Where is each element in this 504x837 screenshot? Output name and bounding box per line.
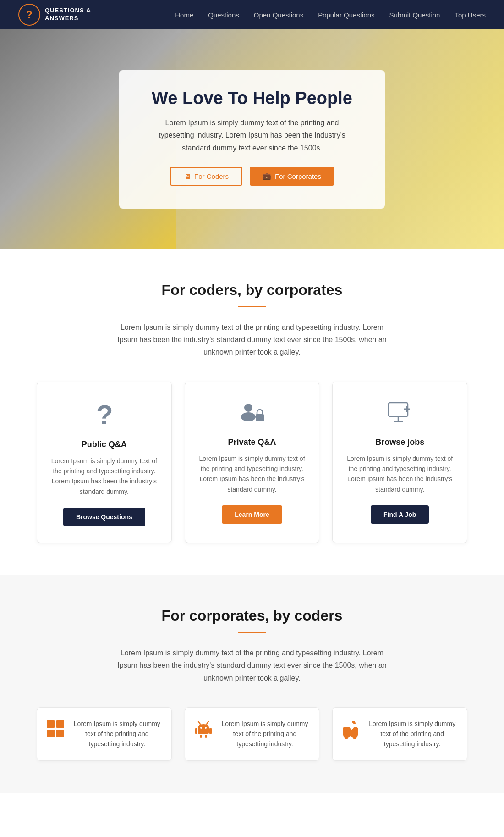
svg-rect-9: [256, 414, 264, 421]
users-lock-icon: [198, 400, 307, 430]
browse-jobs-card: Browse jobs Lorem Ipsum is simply dummy …: [332, 382, 467, 543]
browse-jobs-desc: Lorem Ipsum is simply dummy text of the …: [345, 454, 454, 495]
svg-point-22: [205, 727, 207, 729]
private-qa-title: Private Q&A: [198, 438, 307, 447]
hero-buttons: 🖥 For Coders 💼 For Corporates: [147, 167, 357, 186]
corporates-section: For corporates, by coders Lorem Ipsum is…: [0, 575, 504, 793]
logo-icon: ?: [18, 4, 40, 26]
public-qa-card: ? Public Q&A Lorem Ipsum is simply dummy…: [37, 382, 172, 543]
browse-questions-button[interactable]: Browse Questions: [63, 508, 145, 526]
browse-jobs-title: Browse jobs: [345, 438, 454, 447]
learn-more-button[interactable]: Learn More: [222, 505, 282, 524]
svg-rect-26: [205, 735, 207, 738]
private-qa-desc: Lorem Ipsum is simply dummy text of the …: [198, 454, 307, 495]
nav-questions[interactable]: Questions: [208, 11, 239, 19]
corporates-section-title: For corporates, by coders: [37, 607, 467, 624]
public-qa-desc: Lorem Ipsum is simply dummy text of the …: [50, 456, 159, 497]
svg-rect-24: [209, 728, 212, 734]
nav-submit-question[interactable]: Submit Question: [389, 11, 440, 19]
hero-title: We Love To Help People: [147, 89, 357, 108]
hero-section: We Love To Help People Lorem Ipsum is si…: [0, 29, 504, 249]
nav-open-questions[interactable]: Open Questions: [254, 11, 303, 19]
svg-line-19: [198, 721, 200, 724]
windows-icon: [46, 720, 65, 742]
coders-cards: ? Public Q&A Lorem Ipsum is simply dummy…: [37, 382, 467, 543]
nav-popular-questions[interactable]: Popular Questions: [318, 11, 374, 19]
svg-point-21: [200, 727, 202, 729]
section2-divider: [238, 632, 266, 633]
navbar: ? QUESTIONS & ANSWERS Home Questions Ope…: [0, 0, 504, 29]
monitor-plus-icon: [345, 400, 454, 430]
svg-point-8: [241, 412, 256, 421]
svg-point-7: [244, 404, 252, 412]
nav-top-users[interactable]: Top Users: [455, 11, 486, 19]
monitor-icon: 🖥: [184, 172, 191, 180]
briefcase-icon: 💼: [263, 172, 271, 180]
nav-links: Home Questions Open Questions Popular Qu…: [175, 11, 486, 19]
for-corporates-button[interactable]: 💼 For Corporates: [250, 167, 334, 186]
public-qa-title: Public Q&A: [50, 440, 159, 449]
svg-rect-16: [56, 720, 64, 728]
question-mark-icon: ?: [50, 400, 159, 432]
android-feature-desc: Lorem Ipsum is simply dummy text of the …: [220, 719, 310, 749]
svg-text:?: ?: [96, 400, 113, 428]
coders-section-title: For coders, by corporates: [37, 282, 467, 299]
logo[interactable]: ? QUESTIONS & ANSWERS: [18, 4, 91, 26]
svg-rect-15: [47, 720, 55, 728]
corporates-features: Lorem Ipsum is simply dummy text of the …: [37, 707, 467, 761]
coders-section-description: Lorem Ipsum is simply dummy text of the …: [110, 321, 394, 359]
windows-feature-desc: Lorem Ipsum is simply dummy text of the …: [72, 719, 162, 749]
for-coders-button[interactable]: 🖥 For Coders: [170, 167, 242, 186]
svg-rect-25: [200, 735, 202, 738]
android-feature: Lorem Ipsum is simply dummy text of the …: [185, 707, 320, 761]
svg-rect-23: [195, 728, 197, 734]
apple-feature-desc: Lorem Ipsum is simply dummy text of the …: [367, 719, 458, 749]
nav-home[interactable]: Home: [175, 11, 193, 19]
hero-description: Lorem Ipsum is simply dummy text of the …: [147, 116, 357, 154]
section1-divider: [238, 306, 266, 307]
svg-rect-17: [47, 730, 55, 737]
svg-line-20: [207, 721, 208, 724]
hero-content-box: We Love To Help People Lorem Ipsum is si…: [119, 70, 385, 209]
apple-feature: Lorem Ipsum is simply dummy text of the …: [332, 707, 467, 761]
coders-section: For coders, by corporates Lorem Ipsum is…: [0, 249, 504, 575]
android-icon: [194, 720, 213, 742]
apple-icon: [342, 720, 359, 744]
corporates-section-description: Lorem Ipsum is simply dummy text of the …: [110, 647, 394, 684]
find-a-job-button[interactable]: Find A Job: [371, 505, 429, 524]
private-qa-card: Private Q&A Lorem Ipsum is simply dummy …: [185, 382, 320, 543]
windows-feature: Lorem Ipsum is simply dummy text of the …: [37, 707, 172, 761]
logo-text: QUESTIONS & ANSWERS: [45, 7, 91, 22]
svg-rect-18: [56, 730, 64, 737]
